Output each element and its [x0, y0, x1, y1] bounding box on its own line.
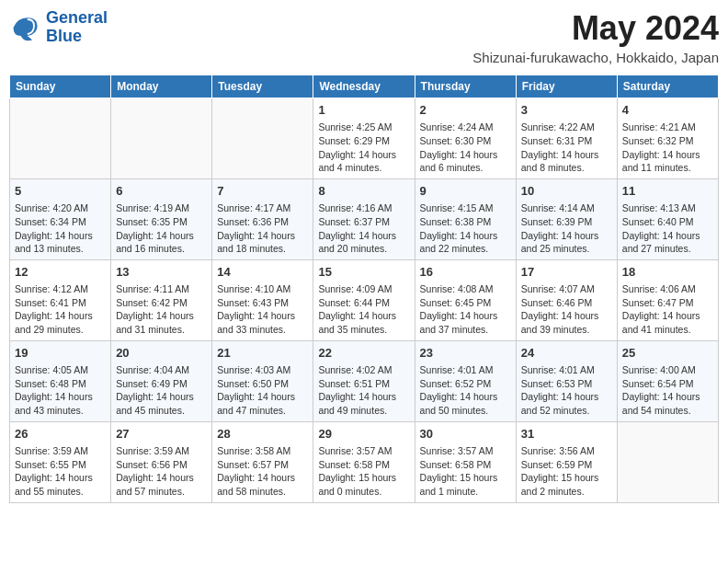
calendar-header-row: SundayMondayTuesdayWednesdayThursdayFrid…: [10, 75, 719, 98]
calendar-day-12: 12Sunrise: 4:12 AM Sunset: 6:41 PM Dayli…: [10, 259, 111, 340]
day-info: Sunrise: 4:11 AM Sunset: 6:42 PM Dayligh…: [116, 282, 207, 337]
calendar-day-10: 10Sunrise: 4:14 AM Sunset: 6:39 PM Dayli…: [516, 178, 617, 259]
day-number: 16: [420, 264, 511, 281]
day-info: Sunrise: 4:04 AM Sunset: 6:49 PM Dayligh…: [116, 363, 207, 418]
day-number: 11: [622, 183, 713, 200]
day-info: Sunrise: 4:15 AM Sunset: 6:38 PM Dayligh…: [420, 201, 511, 256]
day-info: Sunrise: 4:17 AM Sunset: 6:36 PM Dayligh…: [217, 201, 308, 256]
day-number: 15: [318, 264, 409, 281]
col-header-monday: Monday: [111, 75, 212, 98]
day-info: Sunrise: 4:20 AM Sunset: 6:34 PM Dayligh…: [15, 201, 106, 256]
calendar-day-3: 3Sunrise: 4:22 AM Sunset: 6:31 PM Daylig…: [516, 98, 617, 179]
day-number: 31: [521, 426, 612, 442]
calendar-day-25: 25Sunrise: 4:00 AM Sunset: 6:54 PM Dayli…: [617, 340, 718, 421]
day-info: Sunrise: 4:14 AM Sunset: 6:39 PM Dayligh…: [521, 201, 612, 256]
col-header-wednesday: Wednesday: [313, 75, 415, 98]
day-info: Sunrise: 4:25 AM Sunset: 6:29 PM Dayligh…: [318, 121, 409, 175]
calendar-day-11: 11Sunrise: 4:13 AM Sunset: 6:40 PM Dayli…: [617, 178, 718, 259]
day-info: Sunrise: 4:06 AM Sunset: 6:47 PM Dayligh…: [622, 282, 713, 337]
day-info: Sunrise: 3:58 AM Sunset: 6:57 PM Dayligh…: [217, 444, 308, 499]
calendar-day-19: 19Sunrise: 4:05 AM Sunset: 6:48 PM Dayli…: [10, 340, 111, 421]
col-header-tuesday: Tuesday: [212, 75, 313, 98]
day-info: Sunrise: 3:59 AM Sunset: 6:56 PM Dayligh…: [116, 444, 207, 499]
day-number: 10: [521, 183, 612, 200]
day-number: 9: [420, 183, 511, 200]
calendar-table: SundayMondayTuesdayWednesdayThursdayFrid…: [9, 75, 719, 503]
day-number: 27: [116, 426, 207, 442]
day-number: 20: [116, 345, 207, 362]
calendar-day-18: 18Sunrise: 4:06 AM Sunset: 6:47 PM Dayli…: [617, 259, 718, 340]
calendar-day-23: 23Sunrise: 4:01 AM Sunset: 6:52 PM Dayli…: [415, 340, 516, 421]
day-info: Sunrise: 4:10 AM Sunset: 6:43 PM Dayligh…: [217, 282, 308, 337]
calendar-week-row: 1Sunrise: 4:25 AM Sunset: 6:29 PM Daylig…: [10, 98, 719, 179]
col-header-sunday: Sunday: [10, 75, 111, 98]
day-number: 17: [521, 264, 612, 281]
calendar-day-8: 8Sunrise: 4:16 AM Sunset: 6:37 PM Daylig…: [313, 178, 415, 259]
day-info: Sunrise: 4:07 AM Sunset: 6:46 PM Dayligh…: [521, 282, 612, 337]
day-info: Sunrise: 3:59 AM Sunset: 6:55 PM Dayligh…: [15, 444, 106, 499]
day-info: Sunrise: 4:05 AM Sunset: 6:48 PM Dayligh…: [15, 363, 106, 418]
calendar-week-row: 26Sunrise: 3:59 AM Sunset: 6:55 PM Dayli…: [10, 421, 719, 502]
calendar-day-17: 17Sunrise: 4:07 AM Sunset: 6:46 PM Dayli…: [516, 259, 617, 340]
day-info: Sunrise: 4:03 AM Sunset: 6:50 PM Dayligh…: [217, 363, 308, 418]
calendar-day-31: 31Sunrise: 3:56 AM Sunset: 6:59 PM Dayli…: [516, 421, 617, 502]
calendar-day-16: 16Sunrise: 4:08 AM Sunset: 6:45 PM Dayli…: [415, 259, 516, 340]
day-number: 1: [318, 102, 409, 119]
month-title: May 2024: [472, 9, 719, 48]
calendar-empty-cell: [617, 421, 718, 502]
calendar-day-15: 15Sunrise: 4:09 AM Sunset: 6:44 PM Dayli…: [313, 259, 415, 340]
day-number: 13: [116, 264, 207, 281]
day-number: 6: [116, 183, 207, 200]
day-number: 29: [318, 426, 409, 442]
day-number: 4: [622, 102, 713, 119]
calendar-day-29: 29Sunrise: 3:57 AM Sunset: 6:58 PM Dayli…: [313, 421, 415, 502]
calendar-day-27: 27Sunrise: 3:59 AM Sunset: 6:56 PM Dayli…: [111, 421, 212, 502]
logo-text: General Blue: [46, 9, 108, 46]
title-block: May 2024 Shizunai-furukawacho, Hokkaido,…: [472, 9, 719, 65]
day-number: 7: [217, 183, 308, 200]
calendar-day-24: 24Sunrise: 4:01 AM Sunset: 6:53 PM Dayli…: [516, 340, 617, 421]
day-number: 5: [15, 183, 106, 200]
day-info: Sunrise: 4:02 AM Sunset: 6:51 PM Dayligh…: [318, 363, 409, 418]
day-number: 8: [318, 183, 409, 200]
day-info: Sunrise: 4:21 AM Sunset: 6:32 PM Dayligh…: [622, 121, 713, 175]
day-number: 18: [622, 264, 713, 281]
calendar-empty-cell: [212, 98, 313, 179]
page-header: General Blue May 2024 Shizunai-furukawac…: [9, 9, 719, 65]
day-info: Sunrise: 4:08 AM Sunset: 6:45 PM Dayligh…: [420, 282, 511, 337]
calendar-day-30: 30Sunrise: 3:57 AM Sunset: 6:58 PM Dayli…: [415, 421, 516, 502]
day-number: 14: [217, 264, 308, 281]
day-number: 25: [622, 345, 713, 362]
day-info: Sunrise: 4:09 AM Sunset: 6:44 PM Dayligh…: [318, 282, 409, 337]
day-info: Sunrise: 4:16 AM Sunset: 6:37 PM Dayligh…: [318, 201, 409, 256]
day-number: 2: [420, 102, 511, 119]
day-number: 12: [15, 264, 106, 281]
calendar-day-6: 6Sunrise: 4:19 AM Sunset: 6:35 PM Daylig…: [111, 178, 212, 259]
day-number: 24: [521, 345, 612, 362]
col-header-thursday: Thursday: [415, 75, 516, 98]
logo-icon: [9, 11, 42, 44]
calendar-week-row: 19Sunrise: 4:05 AM Sunset: 6:48 PM Dayli…: [10, 340, 719, 421]
calendar-day-13: 13Sunrise: 4:11 AM Sunset: 6:42 PM Dayli…: [111, 259, 212, 340]
day-number: 28: [217, 426, 308, 442]
day-info: Sunrise: 4:22 AM Sunset: 6:31 PM Dayligh…: [521, 121, 612, 175]
calendar-empty-cell: [10, 98, 111, 179]
calendar-day-22: 22Sunrise: 4:02 AM Sunset: 6:51 PM Dayli…: [313, 340, 415, 421]
day-info: Sunrise: 4:01 AM Sunset: 6:52 PM Dayligh…: [420, 363, 511, 418]
calendar-empty-cell: [111, 98, 212, 179]
calendar-day-21: 21Sunrise: 4:03 AM Sunset: 6:50 PM Dayli…: [212, 340, 313, 421]
col-header-friday: Friday: [516, 75, 617, 98]
day-number: 23: [420, 345, 511, 362]
day-info: Sunrise: 4:01 AM Sunset: 6:53 PM Dayligh…: [521, 363, 612, 418]
day-info: Sunrise: 3:57 AM Sunset: 6:58 PM Dayligh…: [420, 444, 511, 499]
day-info: Sunrise: 3:57 AM Sunset: 6:58 PM Dayligh…: [318, 444, 409, 499]
calendar-day-14: 14Sunrise: 4:10 AM Sunset: 6:43 PM Dayli…: [212, 259, 313, 340]
col-header-saturday: Saturday: [617, 75, 718, 98]
calendar-day-5: 5Sunrise: 4:20 AM Sunset: 6:34 PM Daylig…: [10, 178, 111, 259]
day-number: 30: [420, 426, 511, 442]
logo: General Blue: [9, 9, 108, 46]
calendar-week-row: 12Sunrise: 4:12 AM Sunset: 6:41 PM Dayli…: [10, 259, 719, 340]
calendar-day-7: 7Sunrise: 4:17 AM Sunset: 6:36 PM Daylig…: [212, 178, 313, 259]
calendar-week-row: 5Sunrise: 4:20 AM Sunset: 6:34 PM Daylig…: [10, 178, 719, 259]
day-number: 21: [217, 345, 308, 362]
